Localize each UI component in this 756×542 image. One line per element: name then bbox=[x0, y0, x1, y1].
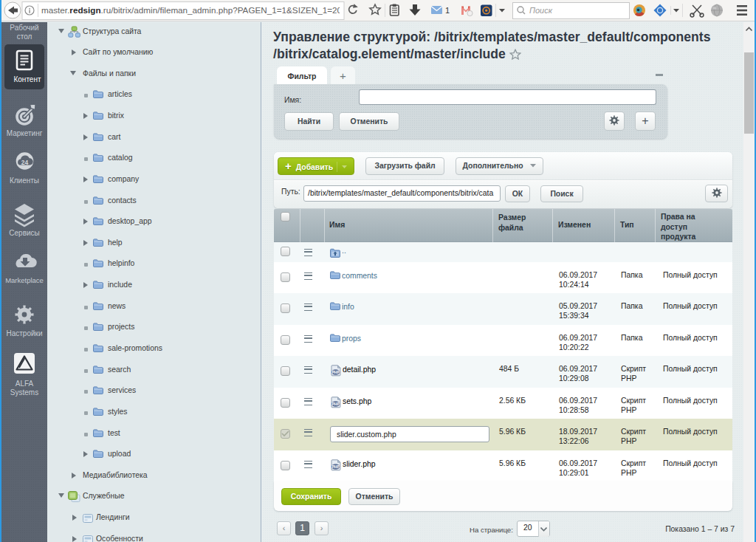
svg-text:Поиск: Поиск bbox=[529, 6, 553, 15]
svg-text:24: 24 bbox=[21, 159, 29, 166]
svg-text:1: 1 bbox=[445, 6, 450, 15]
